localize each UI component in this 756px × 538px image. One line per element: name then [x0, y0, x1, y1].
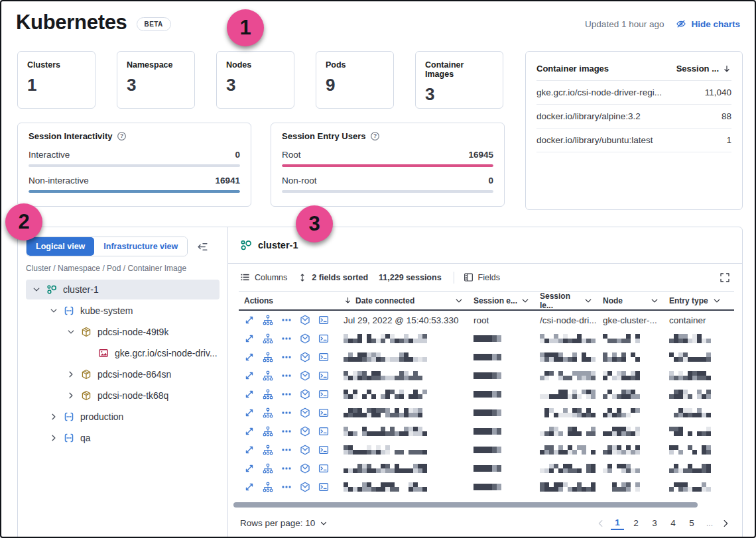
k8s-pod-icon[interactable] [300, 463, 310, 474]
columns-button[interactable]: Columns [240, 272, 287, 282]
expand-icon[interactable] [244, 445, 255, 455]
column-header-entry-type[interactable]: Entry type [664, 296, 726, 305]
more-actions-icon[interactable] [281, 389, 292, 400]
k8s-pod-icon[interactable] [300, 315, 310, 325]
page-button-2[interactable]: 2 [629, 517, 643, 529]
help-icon[interactable]: ? [117, 131, 127, 141]
k8s-pod-icon[interactable] [300, 333, 310, 344]
tree-item-pdcsi-node-49t9k[interactable]: pdcsi-node-49t9k [26, 322, 220, 342]
k8s-pod-icon[interactable] [300, 482, 310, 492]
help-icon[interactable]: ? [370, 131, 380, 141]
analyze-event-icon[interactable] [263, 426, 273, 437]
cell-node [598, 390, 664, 399]
more-actions-icon[interactable] [281, 463, 292, 474]
expand-icon[interactable] [244, 426, 255, 437]
analyze-event-icon[interactable] [263, 352, 273, 362]
column-menu-chevron-icon[interactable] [651, 297, 659, 305]
tree-item-qa[interactable]: qa [26, 428, 220, 448]
collapse-tree-icon[interactable] [197, 241, 208, 252]
expand-icon[interactable] [244, 352, 255, 362]
page-button-3[interactable]: 3 [648, 517, 661, 529]
session-viewer-icon[interactable] [318, 463, 329, 474]
hide-charts-button[interactable]: Hide charts [676, 19, 740, 29]
chevron-right-icon[interactable] [50, 413, 58, 421]
image-name: gke.gcr.io/csi-node-driver-regi... [536, 87, 662, 97]
tree-item-cluster-1[interactable]: cluster-1 [26, 280, 220, 299]
chevron-down-icon[interactable] [32, 286, 40, 294]
fullscreen-icon[interactable] [720, 272, 730, 283]
chevron-right-icon[interactable] [50, 434, 58, 442]
page-button-1[interactable]: 1 [611, 516, 624, 530]
analyze-event-icon[interactable] [263, 333, 273, 344]
k8s-pod-icon[interactable] [300, 370, 310, 381]
column-header-session-e-[interactable]: Session e... [468, 296, 535, 305]
next-page-button[interactable] [721, 519, 730, 528]
analyze-event-icon[interactable] [263, 482, 273, 492]
horizontal-scrollbar[interactable] [233, 502, 698, 508]
tree-item-pdcsi-node-tk68q[interactable]: pdcsi-node-tk68q [26, 386, 220, 405]
analyze-event-icon[interactable] [263, 370, 273, 381]
tree-item-production[interactable]: production [26, 407, 220, 427]
more-actions-icon[interactable] [281, 315, 292, 325]
k8s-pod-icon[interactable] [300, 352, 310, 362]
session-viewer-icon[interactable] [318, 426, 329, 437]
cell-date-connected: Jul 29, 2022 @ 15:40:53.330 [338, 315, 468, 325]
expand-icon[interactable] [244, 315, 255, 325]
expand-icon[interactable] [244, 463, 255, 474]
sessions-sort-header[interactable]: Session ... [676, 64, 731, 74]
analyze-event-icon[interactable] [263, 407, 273, 418]
rows-per-page-selector[interactable]: Rows per page: 10 [240, 518, 328, 528]
column-menu-chevron-icon[interactable] [713, 297, 721, 305]
analyze-event-icon[interactable] [263, 463, 273, 474]
session-viewer-icon[interactable] [318, 389, 329, 400]
tree-item-kube-system[interactable]: kube-system [26, 301, 220, 321]
column-menu-chevron-icon[interactable] [455, 297, 463, 305]
chevron-right-icon[interactable] [67, 392, 75, 400]
expand-icon[interactable] [244, 370, 255, 381]
infrastructure-view-button[interactable]: Infrastructure view [94, 237, 187, 256]
chevron-right-icon[interactable] [67, 370, 75, 378]
more-actions-icon[interactable] [281, 445, 292, 455]
more-actions-icon[interactable] [281, 482, 292, 492]
tree-item-gke-gcr-io-csi-node-driv-[interactable]: gke.gcr.io/csi-node-driv... [26, 343, 220, 363]
analyze-event-icon[interactable] [263, 315, 273, 325]
expand-icon[interactable] [244, 482, 255, 492]
expand-icon[interactable] [244, 389, 255, 400]
session-row [239, 366, 734, 385]
page-button-4[interactable]: 4 [666, 517, 680, 529]
column-header-session-le-[interactable]: Session le... [535, 292, 598, 310]
more-actions-icon[interactable] [281, 352, 292, 362]
chevron-down-icon[interactable] [50, 307, 58, 315]
k8s-pod-icon[interactable] [300, 389, 310, 400]
chevron-down-icon[interactable] [67, 328, 75, 336]
expand-icon[interactable] [244, 333, 255, 344]
more-actions-icon[interactable] [281, 407, 292, 418]
sort-fields-button[interactable]: 2 fields sorted [298, 273, 368, 282]
session-viewer-icon[interactable] [318, 482, 329, 492]
k8s-pod-icon[interactable] [300, 407, 310, 418]
logical-view-button[interactable]: Logical view [27, 237, 94, 256]
more-actions-icon[interactable] [281, 426, 292, 437]
more-actions-icon[interactable] [281, 370, 292, 381]
column-menu-chevron-icon[interactable] [584, 297, 592, 305]
tree-item-pdcsi-node-864sn[interactable]: pdcsi-node-864sn [26, 364, 220, 384]
expand-icon[interactable] [244, 407, 255, 418]
column-header-node[interactable]: Node [598, 296, 664, 305]
session-viewer-icon[interactable] [318, 333, 329, 344]
analyze-event-icon[interactable] [263, 445, 273, 455]
page-button-5[interactable]: 5 [685, 517, 698, 529]
k8s-pod-icon[interactable] [300, 445, 310, 455]
session-viewer-icon[interactable] [318, 352, 329, 362]
session-viewer-icon[interactable] [318, 315, 329, 325]
previous-page-button[interactable] [596, 519, 605, 528]
analyze-event-icon[interactable] [263, 389, 273, 400]
column-menu-chevron-icon[interactable] [521, 297, 529, 305]
more-actions-icon[interactable] [281, 333, 292, 344]
column-header-date-connected[interactable]: Date connected [338, 296, 468, 305]
session-viewer-icon[interactable] [318, 407, 329, 418]
session-viewer-icon[interactable] [318, 445, 329, 455]
redacted-node [603, 427, 640, 436]
k8s-pod-icon[interactable] [300, 426, 310, 437]
session-viewer-icon[interactable] [318, 370, 329, 381]
fields-button[interactable]: Fields [464, 272, 500, 282]
